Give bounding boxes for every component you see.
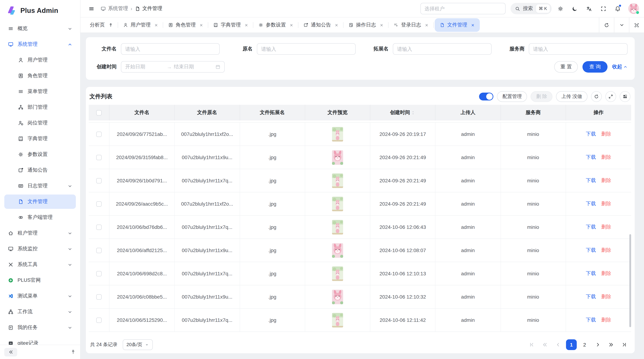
- sidebar-item-parameter-settings[interactable]: 参数设置: [4, 147, 76, 162]
- first-page-button[interactable]: [526, 339, 537, 350]
- row-checkbox[interactable]: [96, 178, 102, 183]
- query-button[interactable]: 查 询: [582, 61, 608, 73]
- tab-role-management[interactable]: 角色管理: [163, 17, 208, 33]
- tab-login-log[interactable]: 登录日志: [388, 17, 434, 33]
- prev-pages-button[interactable]: [540, 339, 550, 350]
- delete-link[interactable]: 删除: [601, 131, 611, 137]
- close-icon[interactable]: [380, 23, 384, 27]
- sidebar-collapse-button[interactable]: [4, 348, 17, 356]
- row-checkbox[interactable]: [96, 155, 102, 160]
- tab-user-management[interactable]: 用户管理: [118, 17, 163, 33]
- reset-button[interactable]: 重 置: [554, 61, 578, 73]
- file-preview-image[interactable]: [332, 127, 343, 141]
- close-icon[interactable]: [425, 23, 428, 27]
- delete-link[interactable]: 删除: [601, 154, 611, 161]
- global-search[interactable]: 搜索 ⌘ K: [510, 3, 552, 14]
- delete-link[interactable]: 删除: [601, 247, 611, 254]
- download-link[interactable]: 下载: [586, 131, 596, 137]
- close-icon[interactable]: [471, 23, 475, 27]
- sidebar-item-menu-management[interactable]: 菜单管理: [4, 84, 76, 99]
- tab-operation-log[interactable]: 操作日志: [344, 17, 388, 33]
- refresh-table-button[interactable]: [591, 91, 602, 102]
- breadcrumb-system-management[interactable]: 系统管理: [100, 5, 128, 12]
- row-checkbox[interactable]: [96, 317, 102, 323]
- download-link[interactable]: 下载: [586, 177, 596, 184]
- date-range-picker[interactable]: 开始日期 → 结束日期: [121, 61, 225, 73]
- close-icon[interactable]: [290, 23, 294, 27]
- download-link[interactable]: 下载: [586, 201, 596, 207]
- file-preview-image[interactable]: [332, 220, 343, 234]
- sidebar-item-plus-website[interactable]: PLUS官网: [4, 273, 76, 288]
- sidebar-item-tenant-management[interactable]: 租户管理: [4, 226, 76, 240]
- delete-link[interactable]: 删除: [601, 294, 611, 300]
- tab-analysis[interactable]: 分析页: [85, 17, 118, 33]
- user-avatar[interactable]: [628, 3, 639, 14]
- delete-link[interactable]: 删除: [601, 201, 611, 207]
- sidebar-item-role-management[interactable]: 角色管理: [4, 69, 76, 83]
- sidebar-item-test-menu[interactable]: 测试菜单: [4, 289, 76, 303]
- last-page-button[interactable]: [619, 339, 630, 350]
- download-link[interactable]: 下载: [586, 154, 596, 161]
- column-uploader[interactable]: 上传人: [436, 105, 501, 120]
- file-preview-image[interactable]: [332, 196, 343, 211]
- download-link[interactable]: 下载: [586, 270, 596, 277]
- download-link[interactable]: 下载: [586, 247, 596, 254]
- provider-input[interactable]: [529, 43, 628, 55]
- sidebar-item-gitee-records[interactable]: gitee记录: [4, 336, 76, 345]
- column-extension[interactable]: 文件拓展名: [240, 105, 305, 120]
- sidebar-item-overview[interactable]: 概览: [4, 21, 76, 36]
- delete-link[interactable]: 删除: [601, 177, 611, 184]
- tab-menu-button[interactable]: [614, 17, 629, 32]
- tab-announcements[interactable]: 通知公告: [298, 17, 344, 33]
- settings-button[interactable]: [554, 3, 566, 14]
- file-preview-image[interactable]: [332, 313, 343, 327]
- tab-parameter-settings[interactable]: 参数设置: [253, 17, 298, 33]
- table-scrollbar[interactable]: [629, 234, 631, 327]
- file-preview-image[interactable]: [332, 150, 343, 165]
- download-link[interactable]: 下载: [586, 294, 596, 300]
- collapse-filter-link[interactable]: 收起: [612, 64, 628, 70]
- tenant-select[interactable]: [420, 3, 505, 14]
- sidebar-item-my-tasks[interactable]: 我的任务: [4, 320, 76, 335]
- table-fullscreen-button[interactable]: [605, 91, 616, 102]
- next-page-button[interactable]: [592, 339, 603, 350]
- origin-name-input[interactable]: [257, 43, 356, 55]
- download-link[interactable]: 下载: [586, 317, 596, 323]
- close-icon[interactable]: [199, 23, 203, 27]
- column-origin-name[interactable]: 文件原名: [175, 105, 240, 120]
- row-checkbox[interactable]: [96, 224, 102, 230]
- close-icon[interactable]: [154, 23, 158, 27]
- refresh-tab-button[interactable]: [599, 17, 614, 32]
- file-preview-image[interactable]: [332, 243, 343, 258]
- delete-link[interactable]: 删除: [601, 317, 611, 323]
- sort-icon[interactable]: [411, 110, 416, 115]
- sidebar-item-system-monitor[interactable]: 系统监控: [4, 242, 76, 256]
- tab-file-management[interactable]: 文件管理: [435, 18, 480, 32]
- stripe-toggle[interactable]: [479, 93, 494, 100]
- column-created-time[interactable]: 创建时间: [370, 105, 436, 120]
- extension-input[interactable]: [393, 43, 492, 55]
- sidebar-item-system-tools[interactable]: 系统工具: [4, 258, 76, 272]
- sidebar-toggle-button[interactable]: [86, 3, 97, 14]
- sidebar-item-department-management[interactable]: 部门管理: [4, 100, 76, 114]
- page-size-select[interactable]: 20条/页: [122, 339, 152, 350]
- row-checkbox[interactable]: [96, 248, 102, 253]
- config-management-button[interactable]: 配置管理: [497, 91, 527, 102]
- sidebar-item-user-management[interactable]: 用户管理: [4, 53, 76, 67]
- column-file-name[interactable]: 文件名: [110, 105, 175, 120]
- column-settings-button[interactable]: [620, 91, 630, 102]
- row-checkbox[interactable]: [96, 131, 102, 137]
- page-1-button[interactable]: 1: [566, 339, 577, 350]
- upload-button[interactable]: 上传 没做: [556, 91, 588, 102]
- close-icon[interactable]: [334, 23, 338, 27]
- file-name-input[interactable]: [121, 43, 220, 55]
- sidebar-item-file-management[interactable]: 文件管理: [4, 195, 76, 209]
- row-checkbox[interactable]: [96, 201, 102, 207]
- breadcrumb-file-management[interactable]: 文件管理: [135, 5, 162, 12]
- sidebar-item-log-management[interactable]: 日志管理: [4, 179, 76, 193]
- file-preview-image[interactable]: [332, 173, 343, 188]
- column-actions[interactable]: 操作: [566, 105, 631, 120]
- pin-icon[interactable]: [108, 23, 113, 27]
- language-button[interactable]: [583, 3, 595, 14]
- sidebar-item-announcements[interactable]: 通知公告: [4, 163, 76, 177]
